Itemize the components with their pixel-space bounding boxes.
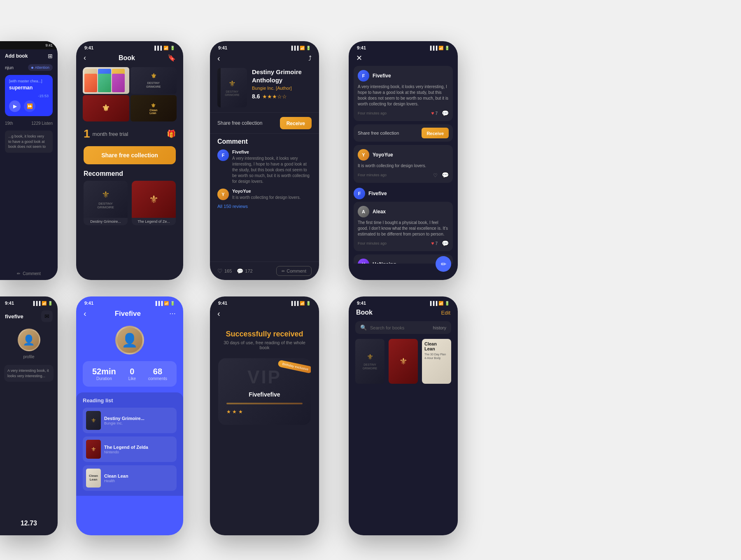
p7-time: 9:41 — [218, 301, 227, 306]
p4-reply-1[interactable]: 💬 — [442, 110, 449, 117]
p1-play-btn[interactable]: ▶ — [9, 100, 21, 112]
phone-7: 9:41 ▐▐▐ 📶 🔋 ‹ Successfully received 30 … — [210, 296, 319, 535]
p3-comment-btn[interactable]: ✏ Comment — [276, 266, 312, 276]
p8-book-1[interactable]: ⚜ DESTINYGRIMOIRE — [355, 339, 384, 384]
p3-bubble-action[interactable]: 💬 172 — [237, 268, 252, 274]
phone-2: 9:41 ▐▐▐ 📶 🔋 ‹ Book 🔖 — [76, 41, 183, 280]
p3-all-reviews[interactable]: All 150 reviews — [217, 204, 312, 209]
p3-comment-section: Comment F Fivefive A very interesting bo… — [210, 134, 319, 213]
p2-share-btn[interactable]: Share free collection — [84, 146, 176, 164]
p4-receive-btn[interactable]: Receive — [422, 128, 449, 138]
p3-comment-1: F Fivefive A very interesting book, it l… — [217, 149, 312, 184]
p2-book-1-title: Destiny Grimoire... — [84, 218, 128, 225]
p3-comment-1-user: Fivefive — [232, 149, 312, 154]
p2-book-2-title: The Legend of Ze... — [132, 218, 176, 225]
p3-comment-2-text: It is worth collecting for design lovers… — [232, 195, 301, 201]
phone-5: 9:41 ▐▐▐ 📶 🔋 fivefive ✉ 👤 profile A very… — [0, 296, 58, 535]
p2-book-zelda[interactable]: ⚜ The Legend of Ze... — [132, 181, 176, 225]
p4-comment-card-1: F Fivefive A very interesting book, it l… — [354, 66, 453, 121]
p2-book-grimoire[interactable]: ⚜ DESTINYGRIMOIRE Destiny Grimoire... — [84, 181, 128, 225]
p7-card-name: Fivefivefive — [226, 391, 303, 398]
p8-history-label[interactable]: history — [433, 325, 446, 330]
p4-avatar-2: Y — [358, 149, 369, 161]
phone-8: 9:41 ▐▐▐ 📶 🔋 Book Edit 🔍 Search for book… — [349, 296, 458, 535]
p3-back-btn[interactable]: ‹ — [217, 54, 220, 63]
p6-stat-like: 0 Like — [128, 367, 136, 381]
p1-comment-btn[interactable]: ✏ Comment — [0, 271, 58, 276]
p3-receive-btn[interactable]: Receive — [280, 117, 312, 129]
p2-trial-number: 1 — [84, 127, 90, 140]
p4-comment-card-2: Y YoyoYue It is worth collecting for des… — [354, 145, 453, 183]
p5-chat-bubble: A very interesting book, it looks very i… — [4, 365, 54, 382]
p6-username-header: Fivefive — [115, 310, 141, 318]
p7-success-subtitle: 30 days of use, free reading of the whol… — [218, 340, 311, 350]
p4-comment-card-3: A Aleax The first time I bought a physic… — [354, 202, 453, 251]
p5-mail-icon[interactable]: ✉ — [41, 310, 53, 322]
p4-fab-btn[interactable]: ✏ — [436, 256, 451, 272]
p3-comment-2-avatar: Y — [217, 189, 229, 200]
p6-time: 9:41 — [84, 301, 93, 306]
p1-comment-preview: ...g book, it looks veryto have a good l… — [8, 134, 49, 149]
p2-cover-2[interactable]: ⚜ DESTINYGRIMOIRE — [130, 67, 177, 94]
p6-menu-icon[interactable]: ⋯ — [169, 310, 176, 317]
p8-edit-btn[interactable]: Edit — [441, 310, 450, 316]
p6-back-btn[interactable]: ‹ — [84, 309, 86, 318]
p2-back-btn[interactable]: ‹ — [84, 54, 86, 62]
phone-4: 9:41 ▐▐▐ 📶 🔋 ✕ F Fivefive A very interes… — [349, 41, 458, 280]
p2-cover-1[interactable] — [83, 67, 129, 94]
p4-fivefive-row: F Fivefive — [354, 186, 453, 202]
p3-rating: 8.6 — [252, 93, 260, 100]
p1-comment-area: ...g book, it looks veryto have a good l… — [0, 128, 58, 157]
p3-comment-2: Y YoyoYue It is worth collecting for des… — [217, 189, 312, 201]
p1-duration: -15:53 — [9, 94, 49, 98]
p2-status-icons: ▐▐▐ 📶 🔋 — [153, 46, 175, 50]
p4-status-time: 9:41 — [357, 45, 366, 50]
p4-avatar-3: F — [354, 188, 365, 199]
p5-chat-text: A very interesting book, it looks very i… — [7, 368, 50, 378]
p8-search-bar[interactable]: 🔍 Search for books history — [355, 321, 451, 334]
p1-forward-btn[interactable]: ⏩ — [24, 100, 35, 112]
p3-book-cover: ⚜ DESTINYGRIMOIRE — [217, 68, 247, 107]
p4-close-btn[interactable]: ✕ — [356, 54, 362, 63]
p8-book-2[interactable]: ⚜ — [389, 339, 418, 384]
p2-cover-4[interactable]: ⚜ CleanLean — [130, 95, 177, 122]
p1-add-icon[interactable]: ⊞ — [48, 53, 53, 59]
p6-avatar: 👤 — [115, 326, 144, 355]
p3-comment-1-text: A very interesting book, it looks very i… — [232, 156, 312, 184]
p5-username: fivefive — [5, 313, 23, 320]
p1-listens: 1229 Listen — [31, 121, 53, 126]
p6-stat-comments: 68 comments — [148, 367, 167, 381]
p5-user-row: fivefive ✉ — [0, 307, 58, 325]
p4-reply-3[interactable]: 💬 — [442, 240, 449, 247]
p6-book-item-2[interactable]: ⚜ The Legend of Zelda Nintendo — [83, 436, 177, 462]
p2-recommend-title: Recommend — [76, 168, 183, 181]
p4-like-1[interactable]: ♥ 7 — [431, 110, 438, 116]
p3-book-title: Destiny Grimoire Anthology — [252, 68, 312, 84]
p8-book-3[interactable]: CleanLean The 30 Day Plan4-Hour Body — [422, 339, 451, 384]
p1-user: njun — [5, 65, 14, 70]
p4-reply-2[interactable]: 💬 — [442, 171, 449, 179]
p6-book-item-1[interactable]: ⚜ Destiny Grimoire... Bungie Inc. — [83, 408, 177, 433]
p3-status-time: 9:41 — [218, 45, 227, 50]
p2-cover-3[interactable]: ⚜ — [83, 95, 129, 122]
p3-share-collection-text: Share free collection — [217, 120, 262, 126]
p1-title: Add book — [5, 53, 28, 59]
p1-attention-badge: Attention — [28, 64, 53, 71]
p3-share-icon[interactable]: ⤴ — [308, 55, 312, 62]
p4-like-2[interactable]: ♡ — [433, 171, 438, 179]
p8-time: 9:41 — [357, 301, 366, 306]
p3-comment-title: Comment — [217, 138, 312, 145]
p2-status-time: 9:41 — [84, 45, 93, 50]
p2-bookmark-icon[interactable]: 🔖 — [168, 54, 176, 62]
p6-stat-duration: 52min Duration — [92, 367, 116, 381]
p5-avatar: 👤 — [18, 329, 40, 351]
p4-like-3[interactable]: ♥ 7 — [431, 240, 438, 246]
p7-vip-card: Birthday exclusive VIP Fivefivefive ★ ★ … — [218, 358, 311, 425]
status-time-p1: 9:41 — [45, 43, 53, 47]
p2-gift-icon[interactable]: 🎁 — [167, 129, 176, 138]
p1-book-title: [with master chea...] — [9, 79, 49, 83]
p3-like-action[interactable]: ♡ 165 — [217, 268, 232, 274]
p4-avatar-1: F — [358, 70, 369, 82]
p7-back-btn[interactable]: ‹ — [217, 309, 220, 318]
p6-book-item-3[interactable]: CleanLean Clean Lean Health — [83, 465, 177, 491]
